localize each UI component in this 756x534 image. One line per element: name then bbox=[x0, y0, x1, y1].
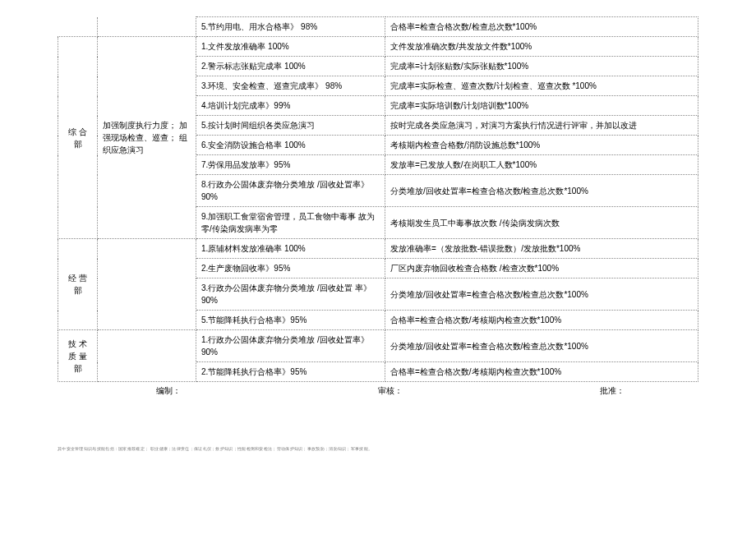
desc-cell: 加强制度执行力度； 加强现场检查、巡查； 组织应急演习 bbox=[98, 37, 196, 239]
desc-cell bbox=[98, 239, 196, 330]
kpi-table: 5.节约用电、用水合格率》 98% 合格率=检查合格次数/检查总次数*100% … bbox=[58, 16, 698, 382]
dept-cell: 技 术 质 量 部 bbox=[58, 330, 98, 382]
table-row: 技 术 质 量 部 1.行政办公固体废弃物分类堆放 /回收处置率》90% 分类堆… bbox=[58, 330, 698, 362]
compile-label: 编制： bbox=[156, 385, 181, 397]
table-row: 经 营 部 1.原辅材料发放准确率 100% 发放准确率=（发放批数-错误批数）… bbox=[58, 239, 698, 259]
desc-cell bbox=[98, 330, 196, 382]
signature-row: 编制： 审核： 批准： bbox=[58, 385, 698, 397]
table-row: 综 合 部 加强制度执行力度； 加强现场检查、巡查； 组织应急演习 1.文件发放… bbox=[58, 37, 698, 57]
approve-label: 批准： bbox=[600, 385, 625, 397]
top-row: 5.节约用电、用水合格率》 98% 合格率=检查合格次数/检查总次数*100% bbox=[58, 17, 698, 37]
metric-cell: 1.文件发放准确率 100% bbox=[196, 37, 385, 57]
metric-cell: 5.节约用电、用水合格率》 98% bbox=[196, 17, 385, 37]
formula-cell: 文件发放准确次数/共发放文件数*100% bbox=[385, 37, 698, 57]
review-label: 审核： bbox=[378, 385, 403, 397]
dept-cell: 经 营 部 bbox=[58, 239, 98, 330]
footnote: 其中安全管理知识与技能包括：国家推荐规定； 职业健康；法律责任；保证礼仪；救护知… bbox=[58, 446, 698, 451]
dept-cell: 综 合 部 bbox=[58, 37, 98, 239]
formula-cell: 合格率=检查合格次数/检查总次数*100% bbox=[385, 17, 698, 37]
